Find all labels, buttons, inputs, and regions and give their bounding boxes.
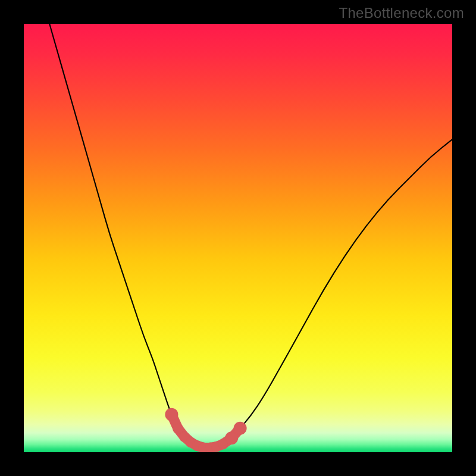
plot-area <box>24 24 452 452</box>
watermark-text: TheBottleneck.com <box>339 5 464 21</box>
chart-frame: TheBottleneck.com <box>0 0 476 476</box>
bottleneck-curve <box>24 24 452 452</box>
